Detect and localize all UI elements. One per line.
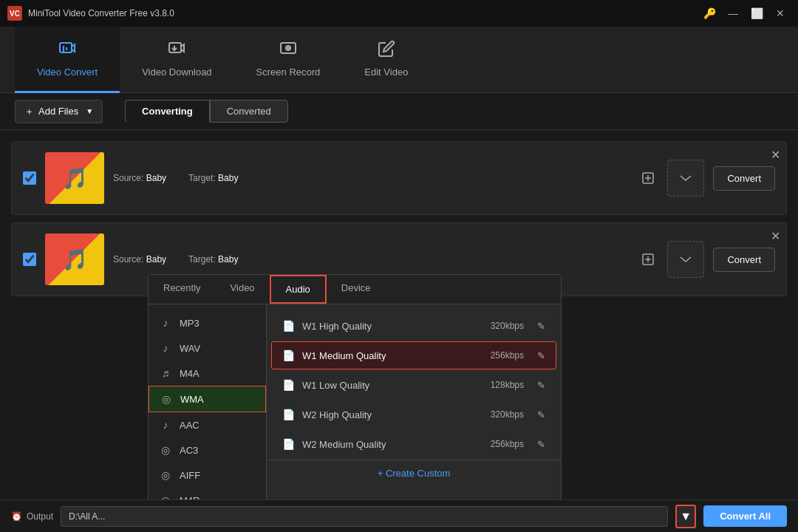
file-info: Source: Baby Target: Baby [113,173,629,183]
tab-converting[interactable]: Converting [125,100,210,123]
add-files-plus-icon: ＋ [24,105,34,118]
quality-list: 📄 W1 High Quality 320kbps ✎ 📄 W1 Medium … [267,304,561,499]
nav-bar: Video Convert Video Download Screen Reco… [0,27,798,93]
screen-record-icon [279,40,297,62]
output-label: ⏰ Output [11,511,53,522]
quality-file-icon-2: 📄 [282,349,295,361]
quality-file-icon-4: 📄 [282,409,295,420]
add-files-button[interactable]: ＋ Add Files ▼ [15,100,103,123]
quality-file-icon-5: 📄 [282,438,295,450]
format-item-aiff[interactable]: ◎ AIFF [149,463,266,488]
aac-icon: ♪ [159,419,172,431]
quality-item-w1-medium[interactable]: 📄 W1 Medium Quality 256kbps ✎ [271,341,556,369]
edit-icon-button-2[interactable] [638,249,658,270]
dropdown-tab-device[interactable]: Device [327,275,386,304]
wma-icon: ◎ [160,393,173,405]
format-item-mp3[interactable]: ♪ MP3 [149,310,266,335]
source-label: Source: Baby [113,173,166,183]
dropdown-tab-audio[interactable]: Audio [270,275,327,304]
convert-all-dropdown-button[interactable]: ▼ [675,505,696,528]
quality-edit-icon-5[interactable]: ✎ [537,439,545,450]
convert-button-2[interactable]: Convert [713,248,775,272]
nav-screen-record[interactable]: Screen Record [234,27,343,93]
format-item-m4r[interactable]: ◎ M4R [149,488,266,499]
quality-item-w2-medium[interactable]: 📄 W2 Medium Quality 256kbps ✎ [271,430,556,458]
wav-label: WAV [180,343,200,354]
expand-button-2[interactable] [667,241,704,278]
add-files-dropdown-icon: ▼ [86,107,93,115]
edit-video-icon [378,40,395,62]
dropdown-tab-video[interactable]: Video [216,275,270,304]
file-source-row-2: Source: Baby Target: Baby [113,254,629,265]
mp3-label: MP3 [180,318,200,329]
bottom-bar: ⏰ Output ▼ Convert All [0,499,798,532]
file-source-row: Source: Baby Target: Baby [113,173,629,183]
format-item-wav[interactable]: ♪ WAV [149,335,266,361]
quality-edit-icon-2[interactable]: ✎ [537,350,545,361]
quality-bitrate: 320kbps [491,321,524,331]
ac3-label: AC3 [180,445,198,456]
format-item-wma[interactable]: ◎ WMA [149,386,266,412]
file-row: 🎵 Source: Baby Target: Baby Convert ✕ [11,141,787,215]
quality-item-w1-high[interactable]: 📄 W1 High Quality 320kbps ✎ [271,312,556,340]
title-bar-controls: 🔑 — ⬜ ✕ [699,3,791,24]
edit-icon-button[interactable] [638,168,658,188]
nav-video-convert[interactable]: Video Convert [15,27,120,93]
output-text: Output [27,511,53,522]
nav-edit-video[interactable]: Edit Video [342,27,430,93]
output-clock-icon: ⏰ [11,511,22,522]
file-info-2: Source: Baby Target: Baby [113,254,629,265]
app-logo: VC [7,6,22,21]
quality-item-w1-low[interactable]: 📄 W1 Low Quality 128kbps ✎ [271,371,556,399]
aac-label: AAC [180,420,200,431]
convert-button[interactable]: Convert [713,166,775,191]
aiff-label: AIFF [180,470,200,481]
video-download-icon [168,40,185,62]
expand-button[interactable] [667,160,704,197]
nav-screen-record-label: Screen Record [256,66,321,78]
nav-video-download[interactable]: Video Download [120,27,233,93]
aiff-icon: ◎ [159,469,172,481]
quality-name-5: W2 Medium Quality [302,439,483,450]
format-list: ♪ MP3 ♪ WAV ♬ M4A ◎ WMA ♪ AAC [149,304,267,499]
minimize-button[interactable]: — [723,3,743,24]
quality-bitrate-4: 320kbps [491,409,524,420]
mp3-icon: ♪ [159,317,172,329]
svg-point-4 [287,47,289,49]
video-convert-icon [58,40,76,62]
close-row-button-2[interactable]: ✕ [771,229,780,243]
m4r-icon: ◎ [159,494,172,499]
close-button[interactable]: ✕ [770,3,791,24]
create-custom-button[interactable]: + Create Custom [267,460,561,486]
output-path-input[interactable] [61,506,668,527]
quality-name: W1 High Quality [302,321,483,332]
quality-edit-icon-3[interactable]: ✎ [537,380,545,391]
ac3-icon: ◎ [159,444,172,456]
quality-file-icon-3: 📄 [282,379,295,391]
format-item-ac3[interactable]: ◎ AC3 [149,437,266,463]
dropdown-tab-recently[interactable]: Recently [149,275,216,304]
quality-edit-icon-4[interactable]: ✎ [537,409,545,420]
close-row-button[interactable]: ✕ [771,148,780,162]
quality-edit-icon[interactable]: ✎ [537,321,545,332]
source-label-2: Source: Baby [113,254,166,265]
wma-label: WMA [180,394,204,405]
format-item-aac[interactable]: ♪ AAC [149,412,266,437]
target-label: Target: Baby [188,173,238,183]
tab-converted[interactable]: Converted [210,100,288,123]
file-checkbox[interactable] [23,171,36,185]
m4a-label: M4A [180,368,200,379]
main-content: 🎵 Source: Baby Target: Baby Convert ✕ 🎵 [0,130,798,499]
file-thumbnail-2: 🎵 [45,233,104,285]
key-button[interactable]: 🔑 [699,3,720,24]
format-item-m4a[interactable]: ♬ M4A [149,361,266,386]
quality-bitrate-2: 256kbps [491,350,524,361]
convert-all-button[interactable]: Convert All [703,505,787,527]
tab-group: Converting Converted [125,100,288,123]
maximize-button[interactable]: ⬜ [746,3,767,24]
quality-item-w2-high[interactable]: 📄 W2 High Quality 320kbps ✎ [271,400,556,429]
wav-icon: ♪ [159,342,172,354]
file-checkbox-2[interactable] [23,253,36,266]
format-dropdown: Recently Video Audio Device ♪ MP3 ♪ WAV … [148,274,562,499]
m4r-label: M4R [180,495,200,500]
